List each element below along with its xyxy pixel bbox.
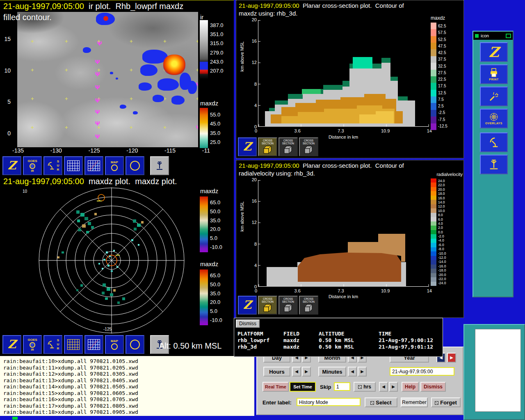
table-row: rhb_lowprfmaxdz0.50 km MSL21-Aug-97,9:00…: [237, 337, 441, 344]
x-axis-tick: 7.3: [338, 128, 344, 133]
sidebar-annotate-button[interactable]: [480, 87, 508, 106]
radar-colorbar2: [200, 269, 208, 325]
soundings-button[interactable]: [84, 335, 103, 354]
cross-section-button-3[interactable]: CROSS SECTION: [299, 296, 318, 315]
sidebar-zeb-button[interactable]: Z: [480, 42, 508, 62]
range-rings-button[interactable]: [126, 335, 144, 354]
colorbar-tick: 2.5: [438, 104, 447, 108]
colorbar-tick: -20.0: [438, 273, 446, 277]
sidebar-titlebar[interactable]: icon: [473, 32, 513, 40]
zeb-menu-button[interactable]: Z: [238, 137, 257, 156]
cross-section-button-2[interactable]: CROSS SECTION: [278, 296, 298, 315]
real-time-button[interactable]: Real Time: [262, 382, 289, 392]
forget-label: Forget: [440, 399, 457, 406]
popup-dismiss-button[interactable]: Dismiss: [236, 320, 260, 328]
goes-ir-button[interactable]: GOESIR: [23, 335, 42, 354]
radar-dish-icon: [488, 137, 500, 148]
xterm-window[interactable]: rain:beaufait:10>xdump.all 970821.0105.x…: [0, 356, 254, 416]
goes-ir-button[interactable]: GOESIR: [23, 156, 42, 175]
grid-button[interactable]: [64, 335, 83, 354]
skip-back-button[interactable]: ◀: [379, 382, 388, 392]
sat-maxdz-colorbar: [200, 108, 208, 148]
zeb-menu-button[interactable]: Z: [2, 335, 21, 354]
colorbar-tick: 47.5: [438, 44, 447, 48]
zeb-menu-button[interactable]: Z: [2, 156, 21, 175]
window-maximize-icon[interactable]: [506, 34, 511, 38]
year-increment-button[interactable]: ▶: [447, 353, 456, 363]
set-time-button[interactable]: Set Time: [290, 382, 316, 392]
zeb-menu-button[interactable]: Z: [238, 296, 257, 315]
data-available-popup: Dismiss PLATFORMFIELDALTITUDETIME rhb_lo…: [234, 318, 443, 357]
sidebar-ship-antenna-button[interactable]: [480, 155, 508, 174]
colorbar-tick: 0.0: [438, 231, 446, 234]
ship-antenna-button[interactable]: [150, 156, 169, 175]
cross-section-button-1[interactable]: CROSS SECTION: [258, 137, 277, 156]
colorbar-tick: -4.0: [438, 239, 446, 242]
xs2-title-text: Planar cross-section plot. Contour of: [299, 162, 404, 169]
xs1-colorbar-label: maxdz: [431, 15, 445, 21]
xs1-title-text: Planar cross-section plot. Contour of: [299, 2, 404, 9]
hours-button[interactable]: Hours: [263, 367, 290, 377]
hrs-toggle[interactable]: hrs: [354, 382, 376, 392]
radar-ppi-display[interactable]: [0, 187, 224, 334]
label-input[interactable]: History Mode: [297, 398, 361, 406]
hours-increment-button[interactable]: ▶: [302, 367, 311, 377]
minutes-decrement-button[interactable]: ◀: [348, 367, 357, 377]
cloud-echo-blob: [158, 78, 179, 91]
colorbar-tick: -12.0: [438, 256, 446, 260]
cloud-echo-blob: [188, 81, 197, 94]
x-axis-tick: 0: [255, 288, 257, 293]
colorbar-tick: -7.5: [438, 118, 447, 122]
grid-icon: [67, 339, 80, 350]
forget-button[interactable]: Forget: [431, 397, 461, 407]
radar-survey-button[interactable]: SUR: [43, 335, 62, 354]
x-axis-tick: -135: [12, 147, 24, 154]
altitude-readout: Alt: 0.50 km MSL: [159, 341, 221, 351]
sidebar-radar-button[interactable]: [480, 132, 508, 152]
range-rings-button[interactable]: [126, 156, 144, 175]
map-button[interactable]: MAP: [105, 335, 124, 354]
colorbar-tick: 351.0: [210, 32, 224, 37]
grid-button[interactable]: [64, 156, 83, 175]
bottom-right-window: [463, 324, 525, 420]
help-button[interactable]: Help: [402, 382, 419, 392]
skip-forward-button[interactable]: ▶: [389, 382, 398, 392]
cross-section-button-2[interactable]: CROSS SECTION: [278, 137, 298, 156]
soundings-button[interactable]: [84, 156, 103, 175]
window-menu-icon[interactable]: [475, 34, 479, 38]
sidebar-print-button[interactable]: PRINT: [480, 64, 508, 84]
radar-survey-button[interactable]: SUR: [43, 156, 62, 175]
map-button[interactable]: MAP: [105, 156, 124, 175]
remember-button[interactable]: Remember: [401, 397, 428, 407]
colorbar-tick: 10.0: [438, 209, 446, 213]
colorbar-tick: 5.0: [210, 235, 222, 241]
sat-timestamp: 21-aug-1997,09:05:00: [3, 2, 84, 11]
cross-section-button-3[interactable]: CROSS SECTION: [299, 137, 318, 156]
xs2-plot-area[interactable]: [258, 180, 429, 287]
radialvelocity-cross-section-contours: [258, 180, 429, 287]
satellite-image-display[interactable]: ++++++++++++++++++++++++ΨΨΨΨΨΨΨΨΨΨ: [17, 12, 198, 147]
select-button[interactable]: Select: [365, 397, 397, 407]
colorbar-tick: 243.0: [210, 59, 224, 64]
overlays-label: OVERLAYS: [485, 122, 502, 125]
time-dismiss-button[interactable]: Dismiss: [420, 382, 446, 392]
time-input[interactable]: 21-Aug-97,9:05:00: [390, 367, 454, 376]
xs2-title-line2: radialvelocity using: rhb_3d.: [239, 170, 315, 177]
colorbar-tick: 7.5: [438, 98, 447, 102]
colorbar-tick: -24.0: [438, 281, 446, 285]
wand-icon: [488, 91, 499, 102]
colorbar-tick: 65.0: [210, 273, 222, 278]
globe-ring-icon: [111, 164, 118, 171]
minutes-button[interactable]: Minutes: [318, 367, 346, 377]
cross-section-button-1[interactable]: CROSS SECTION: [258, 296, 277, 315]
cross-section-label: CROSS SECTION: [259, 297, 277, 304]
cross-section-label: CROSS SECTION: [300, 297, 318, 304]
hours-decrement-button[interactable]: ◀: [292, 367, 301, 377]
radar-colorbar1: [200, 196, 208, 252]
minutes-increment-button[interactable]: ▶: [358, 367, 367, 377]
skip-input[interactable]: 1: [334, 382, 350, 391]
sidebar-overlays-button[interactable]: OVERLAYS: [480, 109, 508, 128]
xs1-plot-area[interactable]: [258, 20, 429, 127]
colorbar-tick: -22.0: [438, 277, 446, 281]
xs1-colorbar-ticks: 62.557.552.547.542.537.532.527.522.517.5…: [438, 24, 447, 128]
